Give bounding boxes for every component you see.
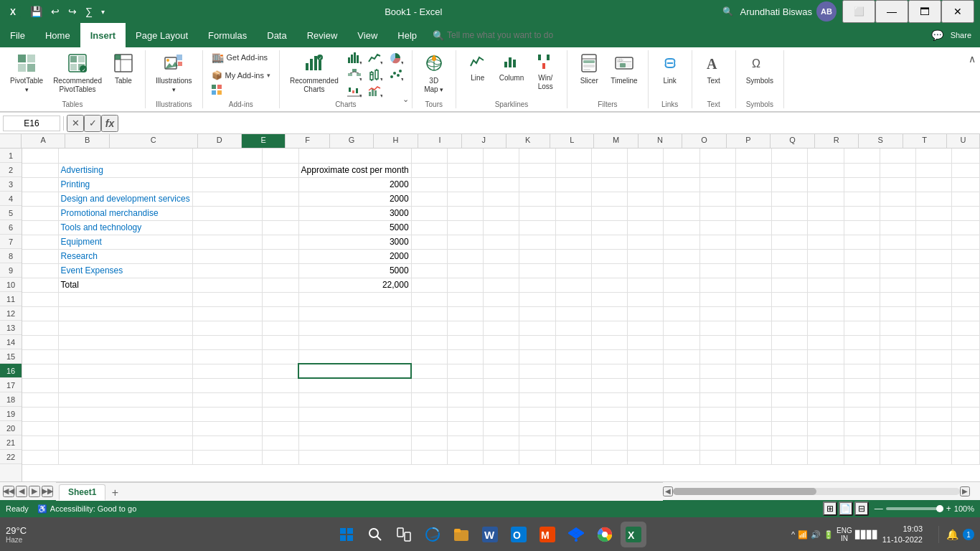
cell-c7[interactable] — [192, 235, 263, 249]
col-E[interactable]: E — [242, 134, 286, 148]
timeline-button[interactable]: ◁ ▷ Timeline — [606, 50, 641, 88]
cell-c5[interactable] — [192, 206, 263, 220]
cell-l15[interactable] — [628, 349, 664, 364]
cell-a13[interactable] — [22, 321, 58, 335]
cell-h13[interactable] — [484, 321, 519, 335]
cell-u3[interactable] — [952, 177, 980, 192]
cell-q20[interactable] — [808, 421, 844, 435]
notification-bell[interactable]: 🔔 — [946, 529, 958, 540]
col-P[interactable]: P — [727, 134, 771, 148]
cell-j8[interactable] — [555, 249, 591, 263]
recommended-charts-button[interactable]: ✓ RecommendedCharts — [286, 50, 343, 97]
cell-p19[interactable] — [772, 407, 808, 421]
bar-chart-button[interactable]: ▾ — [344, 50, 364, 66]
share-button[interactable]: Share — [948, 29, 974, 41]
cell-k15[interactable] — [591, 349, 627, 364]
cell-u5[interactable] — [952, 206, 980, 220]
cell-c17[interactable] — [192, 378, 263, 392]
cell-f16[interactable] — [411, 364, 447, 378]
row-3[interactable]: 3 — [0, 177, 22, 192]
cell-k8[interactable] — [591, 249, 627, 263]
cell-p5[interactable] — [772, 206, 808, 220]
col-G[interactable]: G — [330, 134, 374, 148]
col-S[interactable]: S — [859, 134, 903, 148]
cell-e10[interactable]: 22,000 — [298, 278, 411, 292]
cell-q21[interactable] — [808, 435, 844, 450]
row-6[interactable]: 6 — [0, 220, 22, 235]
column-sparkline-button[interactable]: Column — [495, 50, 528, 85]
cell-t21[interactable] — [916, 435, 952, 450]
cell-b15[interactable] — [58, 349, 192, 364]
cell-t17[interactable] — [916, 378, 952, 392]
cell-l3[interactable] — [628, 177, 664, 192]
tab-insert[interactable]: Insert — [80, 23, 126, 47]
cell-u15[interactable] — [952, 349, 980, 364]
cell-j3[interactable] — [555, 177, 591, 192]
cell-i8[interactable] — [519, 249, 555, 263]
cell-i13[interactable] — [519, 321, 555, 335]
cell-r11[interactable] — [844, 292, 880, 306]
cell-d6[interactable] — [263, 220, 298, 235]
cell-j13[interactable] — [555, 321, 591, 335]
cell-d21[interactable] — [263, 435, 298, 450]
cell-d18[interactable] — [263, 392, 298, 407]
word-button[interactable]: W — [477, 522, 503, 547]
cell-q13[interactable] — [808, 321, 844, 335]
cell-j2[interactable] — [555, 163, 591, 177]
cell-b10[interactable]: Total — [58, 278, 192, 292]
cell-l16[interactable] — [628, 364, 664, 378]
col-F[interactable]: F — [286, 134, 329, 148]
ribbon-search-input[interactable] — [447, 30, 576, 40]
cell-n11[interactable] — [699, 292, 735, 306]
cell-u16[interactable] — [952, 364, 980, 378]
cell-p21[interactable] — [772, 435, 808, 450]
cell-a18[interactable] — [22, 392, 58, 407]
combo-chart-button[interactable]: ▾ — [365, 83, 385, 99]
cell-c12[interactable] — [192, 306, 263, 321]
cell-a15[interactable] — [22, 349, 58, 364]
cell-b16[interactable] — [58, 364, 192, 378]
cell-f12[interactable] — [411, 306, 447, 321]
cell-f9[interactable] — [411, 263, 447, 278]
cell-h8[interactable] — [484, 249, 519, 263]
cell-r2[interactable] — [844, 163, 880, 177]
cell-i21[interactable] — [519, 435, 555, 450]
cell-f7[interactable] — [411, 235, 447, 249]
cell-e4[interactable]: 2000 — [298, 192, 411, 206]
cell-n7[interactable] — [699, 235, 735, 249]
row-13[interactable]: 13 — [0, 321, 22, 335]
cell-d1[interactable] — [263, 149, 298, 163]
cell-s12[interactable] — [880, 306, 915, 321]
grid-scroll[interactable]: AdvertisingApproximate cost per monthPri… — [22, 149, 980, 481]
cell-r17[interactable] — [844, 378, 880, 392]
cell-f11[interactable] — [411, 292, 447, 306]
cell-a11[interactable] — [22, 292, 58, 306]
cell-c8[interactable] — [192, 249, 263, 263]
row-11[interactable]: 11 — [0, 292, 22, 306]
cell-m22[interactable] — [664, 450, 699, 464]
col-D[interactable]: D — [198, 134, 242, 148]
cell-m15[interactable] — [664, 349, 699, 364]
cell-p10[interactable] — [772, 278, 808, 292]
cell-l8[interactable] — [628, 249, 664, 263]
cell-o14[interactable] — [735, 335, 771, 349]
cell-o4[interactable] — [735, 192, 771, 206]
cell-i6[interactable] — [519, 220, 555, 235]
cell-q19[interactable] — [808, 407, 844, 421]
cell-u13[interactable] — [952, 321, 980, 335]
cell-b18[interactable] — [58, 392, 192, 407]
cell-f3[interactable] — [411, 177, 447, 192]
cell-o7[interactable] — [735, 235, 771, 249]
cell-l4[interactable] — [628, 192, 664, 206]
cell-f6[interactable] — [411, 220, 447, 235]
tab-view[interactable]: View — [347, 23, 387, 47]
cell-o21[interactable] — [735, 435, 771, 450]
cell-d19[interactable] — [263, 407, 298, 421]
cell-e11[interactable] — [298, 292, 411, 306]
insert-function-button[interactable]: fx — [101, 115, 118, 132]
cell-l11[interactable] — [628, 292, 664, 306]
cell-p14[interactable] — [772, 335, 808, 349]
cell-s10[interactable] — [880, 278, 915, 292]
cell-d14[interactable] — [263, 335, 298, 349]
cell-s15[interactable] — [880, 349, 915, 364]
